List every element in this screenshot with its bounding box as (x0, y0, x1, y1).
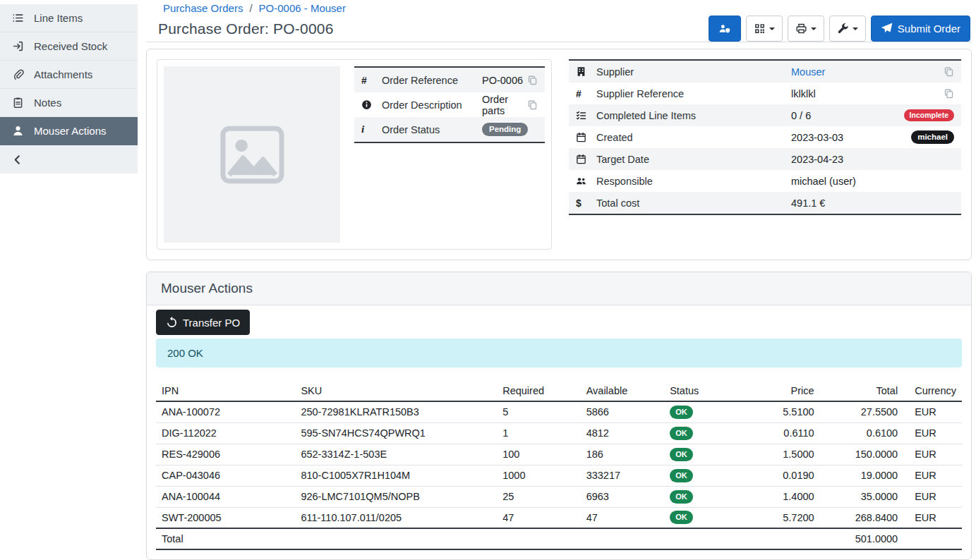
hash-icon: # (361, 75, 382, 86)
cell-status: OK (664, 422, 749, 444)
cell-ipn: ANA-100044 (156, 486, 295, 507)
detail-value: Pending (482, 123, 538, 137)
breadcrumb: Purchase Orders / PO-0006 - Mouser (146, 0, 972, 16)
column-header-ipn: IPN (156, 380, 295, 401)
sidebar-item-received-stock[interactable]: Received Stock (0, 32, 138, 61)
panel-header: Mouser Actions (147, 272, 971, 305)
copy-icon[interactable] (527, 75, 538, 85)
cell-ipn: SWT-200005 (156, 507, 295, 528)
table-row-dig-112022: DIG-112022595-SN74HCS74QPWRQ114812OK0.61… (156, 422, 962, 444)
cell-sku: 810-C1005X7R1H104M (295, 465, 497, 486)
detail-value: 0 / 6 (791, 110, 904, 121)
detail-value: michael (user) (791, 176, 954, 187)
cell-currency: EUR (903, 486, 962, 507)
cell-ipn: CAP-043046 (156, 465, 295, 486)
print-actions-dropdown[interactable] (788, 16, 824, 42)
cell-ipn: RES-429006 (156, 444, 295, 465)
sidebar-collapse-button[interactable] (0, 145, 138, 174)
column-header-total: Total (820, 380, 904, 401)
copy-icon[interactable] (944, 66, 954, 77)
cell-sku: 611-110.107.011/0205 (295, 507, 497, 528)
cell-required: 47 (497, 507, 580, 528)
order-summary-box: #Order ReferencePO-0006Order Description… (157, 59, 552, 250)
panel-body: Transfer PO 200 OK IPNSKURequiredAvailab… (147, 305, 971, 559)
send-icon (881, 23, 893, 35)
list-check-icon (576, 110, 596, 121)
detail-row-responsible: Responsiblemichael (user) (569, 170, 961, 192)
copy-icon[interactable] (527, 99, 538, 110)
info-circle-icon (361, 99, 382, 110)
copy-icon[interactable] (944, 88, 954, 99)
transfer-po-label: Transfer PO (183, 317, 240, 329)
detail-row-completed-line-items: Completed Line Items0 / 6Incomplete (569, 104, 961, 126)
column-header-required: Required (497, 380, 580, 401)
cell-available: 4812 (581, 422, 664, 444)
page-header: Purchase Order: PO-0006 Submit Order (146, 16, 972, 42)
main-content: Purchase Orders / PO-0006 - Mouser Purch… (138, 0, 976, 560)
order-image-placeholder[interactable] (164, 66, 340, 243)
breadcrumb-link-current-order[interactable]: PO-0006 - Mouser (259, 2, 346, 14)
caret-down-icon (769, 28, 775, 30)
detail-value: lklklkl (791, 88, 944, 99)
table-row-res-429006: RES-429006652-3314Z-1-503E100186OK1.5000… (156, 444, 962, 465)
pending-badge: Pending (482, 123, 528, 137)
image-placeholder-icon (215, 118, 289, 192)
michael-badge: michael (911, 130, 954, 144)
cell-currency: EUR (903, 422, 962, 444)
printer-icon (795, 23, 807, 35)
detail-label: Order Reference (382, 75, 482, 86)
status-ok-badge: OK (670, 469, 693, 482)
supplier-user-button[interactable] (709, 16, 741, 42)
sidebar-item-attachments[interactable]: Attachments (0, 61, 138, 89)
paperclip-icon (12, 68, 24, 80)
header-actions: Submit Order (709, 16, 970, 42)
order-detail-table: #Order ReferencePO-0006Order Description… (354, 66, 545, 143)
cell-price: 5.7200 (749, 507, 820, 528)
column-header-available: Available (581, 380, 664, 401)
cell-total: 19.0000 (820, 465, 904, 486)
submit-order-button[interactable]: Submit Order (871, 16, 970, 42)
detail-value: 2023-04-23 (791, 154, 954, 165)
detail-label: Responsible (596, 176, 791, 187)
detail-label: Total cost (596, 197, 791, 209)
transfer-po-button[interactable]: Transfer PO (156, 310, 250, 335)
detail-row-supplier-reference: #Supplier Referencelklklkl (569, 83, 961, 104)
cell-currency: EUR (903, 444, 962, 465)
detail-value-link[interactable]: Mouser (791, 66, 825, 78)
total-value: 501.0000 (820, 528, 904, 549)
cell-required: 1 (497, 422, 580, 444)
sidebar-item-mouser-actions[interactable]: Mouser Actions (0, 117, 138, 145)
users-icon (576, 176, 596, 186)
column-header-price: Price (749, 380, 820, 401)
cell-status: OK (664, 401, 749, 422)
detail-row-supplier: SupplierMouser (569, 61, 961, 83)
detail-row-order-status: iOrder StatusPending (354, 117, 545, 142)
table-header-row: IPNSKURequiredAvailableStatusPriceTotalC… (156, 380, 962, 401)
refresh-icon (166, 317, 178, 329)
barcode-actions-dropdown[interactable] (746, 16, 783, 42)
status-alert: 200 OK (156, 339, 962, 367)
sidebar-item-line-items[interactable]: Line Items (0, 4, 138, 32)
sidebar-item-label: Mouser Actions (34, 125, 107, 137)
supplier-detail-table: SupplierMouser#Supplier Referencelklklkl… (569, 59, 961, 215)
sidebar-item-notes[interactable]: Notes (0, 89, 138, 117)
cell-sku: 926-LMC7101QM5/NOPB (295, 486, 497, 507)
dollar-icon: $ (576, 197, 596, 209)
column-header-status: Status (664, 380, 749, 401)
status-ok-badge: OK (670, 490, 693, 504)
sidebar-nav: Line ItemsReceived StockAttachmentsNotes… (0, 4, 138, 174)
cell-price: 5.5100 (749, 401, 820, 422)
user-shield-icon (718, 23, 730, 35)
cell-ipn: DIG-112022 (156, 422, 295, 444)
column-header-currency: Currency (903, 380, 962, 401)
detail-label: Completed Line Items (596, 110, 791, 121)
cell-sku: 652-3314Z-1-503E (295, 444, 497, 465)
detail-row-order-description: Order DescriptionOrder parts (354, 92, 545, 117)
order-actions-dropdown[interactable] (829, 16, 866, 42)
cell-required: 100 (497, 444, 580, 465)
cell-currency: EUR (903, 401, 962, 422)
breadcrumb-link-purchase-orders[interactable]: Purchase Orders (163, 2, 243, 14)
cell-available: 6963 (581, 486, 664, 507)
user-icon (12, 125, 24, 137)
detail-value: 2023-03-03 (791, 132, 911, 143)
